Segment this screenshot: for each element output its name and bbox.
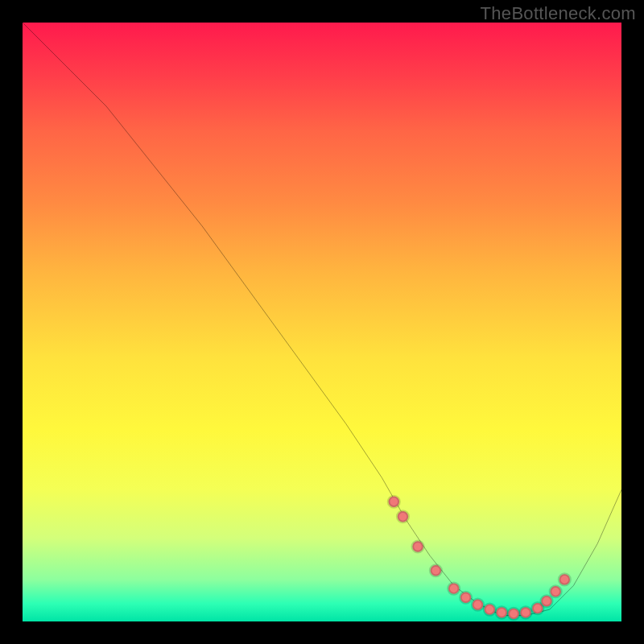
marker-dot — [473, 599, 483, 609]
marker-dot — [520, 607, 530, 617]
watermark-text: TheBottleneck.com — [481, 3, 636, 24]
marker-dot — [431, 565, 441, 576]
marker-dot — [448, 583, 459, 593]
marker-dot — [497, 607, 507, 617]
marker-dot — [550, 586, 560, 597]
marker-dot — [485, 604, 495, 614]
marker-dot — [508, 609, 518, 619]
marker-dots-group — [389, 497, 570, 620]
curve-svg — [23, 23, 621, 621]
plot-area — [23, 23, 621, 621]
marker-dot — [460, 592, 471, 603]
marker-dot — [412, 541, 423, 551]
marker-dot — [559, 574, 570, 584]
series-curve — [23, 23, 621, 616]
chart-frame: TheBottleneck.com — [0, 0, 644, 644]
marker-dot — [398, 511, 408, 522]
marker-dot — [541, 596, 551, 606]
marker-dot — [389, 497, 399, 507]
